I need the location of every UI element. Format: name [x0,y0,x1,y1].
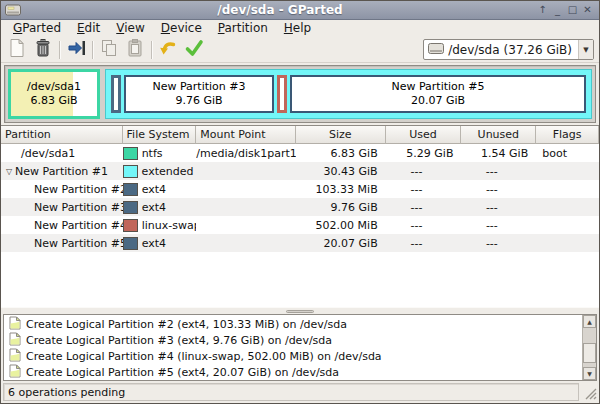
table-row-new4[interactable]: New Partition #4 linux-swap 502.00 MiB -… [1,216,599,234]
toolbar-separator [92,41,93,59]
cell-filesystem: ext4 [123,201,197,214]
table-row-sda1[interactable]: /dev/sda1 ntfs /media/disk1part1 6.83 Gi… [1,144,599,162]
cell-used: --- [386,219,462,232]
scrollbar-thumb[interactable] [583,343,596,363]
scroll-up-icon[interactable]: ▲ [583,315,596,328]
chevron-down-icon[interactable]: ▼ [578,40,593,59]
expander-icon[interactable]: ▽ [1,167,15,176]
operation-item[interactable]: Create Logical Partition #3 (ext4, 9.76 … [4,332,582,348]
pane-splitter[interactable] [1,307,599,314]
column-header-flags[interactable]: Flags [536,126,599,144]
cell-filesystem: linux-swap [123,219,197,232]
operation-item[interactable]: Create Logical Partition #5 (ext4, 20.07… [4,364,582,380]
operation-text: Create Logical Partition #3 (ext4, 9.76 … [26,334,332,347]
cell-partition: New Partition #3 [1,201,123,214]
cell-unused: --- [461,237,536,250]
cell-size: 20.07 GiB [296,237,386,250]
cell-used: --- [386,165,462,178]
cell-unused: --- [461,183,536,196]
menu-help[interactable]: Help [276,20,319,37]
table-row-new5[interactable]: New Partition #5 ext4 20.07 GiB --- --- [1,234,599,252]
partition-block-new2[interactable] [111,75,121,113]
operation-item[interactable]: Create Logical Partition #2 (ext4, 103.3… [4,316,582,332]
titlebar[interactable]: /dev/sda - GParted ↑ _ □ ✕ [1,1,599,20]
partition-block-sda1[interactable]: /dev/sda1 6.83 GiB [8,69,100,119]
column-header-size[interactable]: Size [296,126,386,144]
cell-unused: 1.54 GiB [461,147,536,160]
operation-item[interactable]: Create Logical Partition #4 (linux-swap,… [4,348,582,364]
cell-filesystem: ext4 [123,237,197,250]
cell-partition: New Partition #2 [1,183,123,196]
paste-partition-button[interactable] [122,38,148,62]
operations-scrollbar[interactable]: ▲ ▼ [582,315,596,380]
device-selector[interactable]: /dev/sda (37.26 GiB) ▼ [423,39,594,60]
resize-grip-icon[interactable] [581,384,597,400]
cell-used: --- [386,201,462,214]
new-partition-button[interactable] [4,38,30,62]
column-header-unused[interactable]: Unused [461,126,536,144]
trash-icon [34,38,52,62]
partition-block-label: /dev/sda1 [11,80,97,94]
partition-block-label: New Partition #3 [126,80,272,94]
apply-operations-button[interactable] [181,38,207,62]
device-selector-value: /dev/sda [448,43,499,57]
column-header-used[interactable]: Used [386,126,462,144]
partition-block-label: New Partition #5 [292,80,584,94]
scroll-down-icon[interactable]: ▼ [583,367,596,380]
copy-icon [100,39,118,61]
filesystem-color-swatch [123,165,138,178]
filesystem-color-swatch [123,183,138,196]
cell-size: 502.00 MiB [296,219,386,232]
partition-block-new5[interactable]: New Partition #5 20.07 GiB [290,75,586,113]
delete-partition-button[interactable] [30,38,56,62]
operations-panel: Create Logical Partition #2 (ext4, 103.3… [3,314,597,381]
table-empty-area [1,252,599,307]
toolbar: /dev/sda (37.26 GiB) ▼ [1,37,599,63]
partition-block-new4[interactable] [277,75,287,113]
menubar: GParted Edit View Device Partition Help [1,20,599,37]
partition-block-size: 20.07 GiB [292,94,584,108]
disk-visual-frame: /dev/sda1 6.83 GiB New Partition #3 9.76… [4,65,596,123]
column-header-filesystem[interactable]: File System [123,126,197,144]
cell-used: --- [386,183,462,196]
filesystem-color-swatch [123,201,138,214]
cell-unused: --- [461,165,536,178]
cell-size: 103.33 MiB [296,183,386,196]
minimize-button[interactable]: _ [550,3,565,18]
cell-size: 30.43 GiB [296,165,386,178]
operation-text: Create Logical Partition #5 (ext4, 20.07… [26,366,339,379]
scrollbar-track[interactable] [583,328,596,367]
menu-gparted[interactable]: GParted [5,20,69,37]
partition-block-size: 6.83 GiB [11,94,97,108]
menu-partition[interactable]: Partition [210,20,276,37]
table-row-new2[interactable]: New Partition #2 ext4 103.33 MiB --- --- [1,180,599,198]
menu-device[interactable]: Device [153,20,210,37]
partition-block-new3[interactable]: New Partition #3 9.76 GiB [124,75,274,113]
partition-block-size: 9.76 GiB [126,94,272,108]
close-button[interactable]: ✕ [580,3,595,18]
table-row-new1[interactable]: ▽ New Partition #1 extended 30.43 GiB --… [1,162,599,180]
cell-used: 5.29 GiB [386,147,462,160]
filesystem-color-swatch [123,219,138,232]
undo-button[interactable] [155,38,181,62]
maximize-button[interactable]: □ [565,3,580,18]
new-partition-operation-icon [9,364,21,381]
device-selector-size: (37.26 GiB) [504,43,572,57]
filesystem-color-swatch [123,147,138,160]
undo-icon [158,39,178,61]
shade-window-button[interactable]: ↑ [535,3,550,18]
cell-partition: /dev/sda1 [1,147,123,160]
operation-text: Create Logical Partition #4 (linux-swap,… [26,350,382,363]
menu-edit[interactable]: Edit [69,20,108,37]
cell-filesystem: ext4 [123,183,197,196]
cell-size: 6.83 GiB [296,147,386,160]
menu-view[interactable]: View [108,20,152,37]
partition-block-extended[interactable]: New Partition #3 9.76 GiB New Partition … [105,69,592,119]
checkmark-icon [184,39,204,61]
table-row-new3[interactable]: New Partition #3 ext4 9.76 GiB --- --- [1,198,599,216]
toolbar-separator [59,41,60,59]
column-header-mountpoint[interactable]: Mount Point [196,126,296,144]
column-header-partition[interactable]: Partition [1,126,123,144]
resize-move-button[interactable] [63,38,89,62]
copy-partition-button[interactable] [96,38,122,62]
